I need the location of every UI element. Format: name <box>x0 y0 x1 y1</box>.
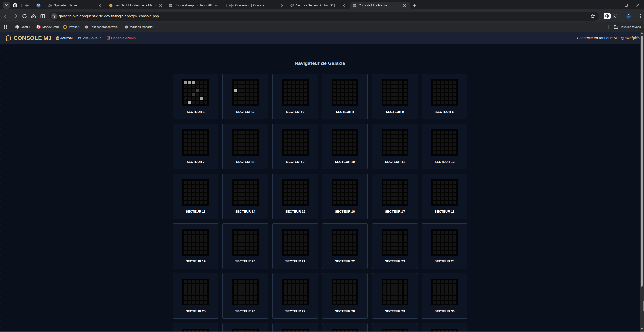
svg-text:W: W <box>37 4 40 7</box>
